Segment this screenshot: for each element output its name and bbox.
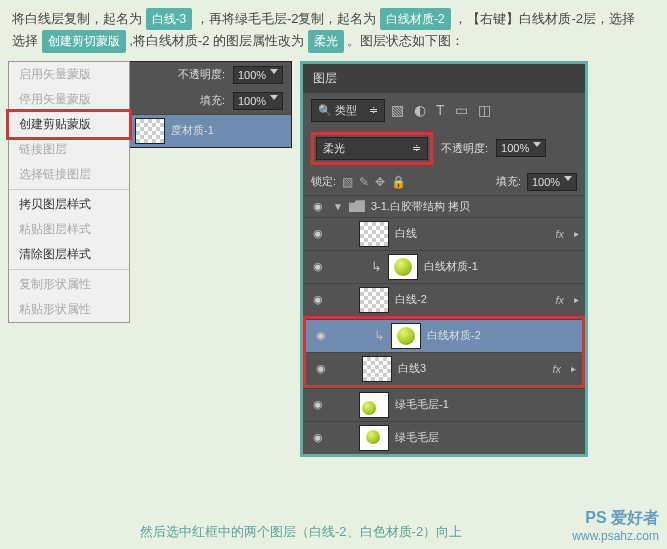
filter-type-dropdown[interactable]: 🔍 类型≑ <box>311 99 385 122</box>
layer-group[interactable]: ◉ ▼ 3-1.白胶带结构 拷贝 <box>303 195 585 217</box>
menu-create-clipping-mask[interactable]: 创建剪贴蒙版 <box>6 109 132 140</box>
lock-all-icon[interactable]: 🔒 <box>391 175 406 189</box>
tag-baixian-mat2: 白线材质-2 <box>380 8 451 30</box>
menu-paste-style[interactable]: 粘贴图层样式 <box>9 217 129 242</box>
layer-row[interactable]: ◉ 白线 fx ▸ <box>303 217 585 250</box>
filter-shape-icon[interactable]: ▭ <box>455 102 468 118</box>
layer-thumb <box>388 254 418 280</box>
visibility-toggle[interactable]: ◉ <box>309 431 327 444</box>
fx-badge[interactable]: fx <box>552 363 561 375</box>
layer-thumb <box>359 221 389 247</box>
menu-clear-style[interactable]: 清除图层样式 <box>9 242 129 267</box>
menu-paste-shape[interactable]: 粘贴形状属性 <box>9 297 129 322</box>
layer-thumb <box>362 356 392 382</box>
opacity-field[interactable]: 100% <box>233 66 283 84</box>
layer-row[interactable]: 度材质-1 <box>129 114 291 147</box>
layer-row[interactable]: ◉ ↳ 白线材质-2 <box>306 319 582 352</box>
layer-thumb <box>359 425 389 451</box>
context-menu: 启用矢量蒙版 停用矢量蒙版 创建剪贴蒙版 链接图层 选择链接图层 拷贝图层样式 … <box>8 61 130 323</box>
highlighted-layers: ◉ ↳ 白线材质-2 ◉ 白线3 fx ▸ <box>303 316 585 388</box>
clip-arrow-icon: ↳ <box>371 259 382 274</box>
menu-select-linked[interactable]: 选择链接图层 <box>9 162 129 187</box>
tag-baixian3: 白线-3 <box>146 8 193 30</box>
fill-label: 填充: <box>496 174 521 189</box>
layer-thumb <box>135 118 165 144</box>
layer-row[interactable]: ◉ 绿毛毛层-1 <box>303 388 585 421</box>
opacity-label: 不透明度: <box>178 67 225 82</box>
filter-type-icon[interactable]: T <box>436 102 445 118</box>
layer-thumb <box>359 392 389 418</box>
visibility-toggle[interactable]: ◉ <box>309 200 327 213</box>
layer-row[interactable]: ◉ 绿毛毛层 <box>303 421 585 454</box>
instruction-text: 将白线层复制，起名为 白线-3 ，再将绿毛毛层-2复制，起名为 白线材质-2 ，… <box>0 0 667 61</box>
menu-item: 启用矢量蒙版 <box>9 62 129 87</box>
filter-pixel-icon[interactable]: ▧ <box>391 102 404 118</box>
partial-layers-panel: 不透明度: 100% 填充: 100% 度材质-1 <box>128 61 292 148</box>
layers-panel: 图层 🔍 类型≑ ▧ ◐ T ▭ ◫ 柔光≑ 不透明度: 100% 锁 <box>300 61 588 457</box>
panel-title: 图层 <box>303 64 585 93</box>
fill-field[interactable]: 100% <box>527 173 577 191</box>
visibility-toggle[interactable]: ◉ <box>309 260 327 273</box>
clip-arrow-icon: ↳ <box>374 328 385 343</box>
filter-adjust-icon[interactable]: ◐ <box>414 102 426 118</box>
menu-link-layers[interactable]: 链接图层 <box>9 137 129 162</box>
layer-row[interactable]: ◉ 白线3 fx ▸ <box>306 352 582 385</box>
blend-mode-highlight: 柔光≑ <box>311 132 433 165</box>
layer-name: 度材质-1 <box>171 123 285 138</box>
filter-smart-icon[interactable]: ◫ <box>478 102 491 118</box>
layer-list: ◉ ▼ 3-1.白胶带结构 拷贝 ◉ 白线 fx ▸ ◉ ↳ 白线材质-1 <box>303 195 585 454</box>
tag-softlight: 柔光 <box>308 30 344 52</box>
lock-transparency-icon[interactable]: ▧ <box>342 175 353 189</box>
visibility-toggle[interactable]: ◉ <box>312 329 330 342</box>
layer-row[interactable]: ◉ ↳ 白线材质-1 <box>303 250 585 283</box>
filter-row: 🔍 类型≑ ▧ ◐ T ▭ ◫ <box>303 93 585 128</box>
layer-thumb <box>391 323 421 349</box>
fill-label: 填充: <box>200 93 225 108</box>
lock-paint-icon[interactable]: ✎ <box>359 175 369 189</box>
bottom-instruction: 然后选中红框中的两个图层（白线-2、白色材质-2）向上 <box>140 523 462 541</box>
watermark: PS 爱好者 www.psahz.com <box>572 508 659 543</box>
visibility-toggle[interactable]: ◉ <box>312 362 330 375</box>
menu-copy-shape[interactable]: 复制形状属性 <box>9 272 129 297</box>
folder-icon <box>349 200 365 212</box>
visibility-toggle[interactable]: ◉ <box>309 398 327 411</box>
visibility-toggle[interactable]: ◉ <box>309 293 327 306</box>
layer-thumb <box>359 287 389 313</box>
blend-mode-dropdown[interactable]: 柔光≑ <box>316 137 428 160</box>
fill-field[interactable]: 100% <box>233 92 283 110</box>
tag-create-clip: 创建剪切蒙版 <box>42 30 126 52</box>
visibility-toggle[interactable]: ◉ <box>309 227 327 240</box>
menu-copy-style[interactable]: 拷贝图层样式 <box>9 192 129 217</box>
fx-badge[interactable]: fx <box>555 294 564 306</box>
lock-label: 锁定: <box>311 174 336 189</box>
lock-position-icon[interactable]: ✥ <box>375 175 385 189</box>
layer-row[interactable]: ◉ 白线-2 fx ▸ <box>303 283 585 316</box>
opacity-label: 不透明度: <box>441 141 488 156</box>
expand-icon[interactable]: ▼ <box>333 201 343 212</box>
opacity-field[interactable]: 100% <box>496 139 546 157</box>
fx-badge[interactable]: fx <box>555 228 564 240</box>
